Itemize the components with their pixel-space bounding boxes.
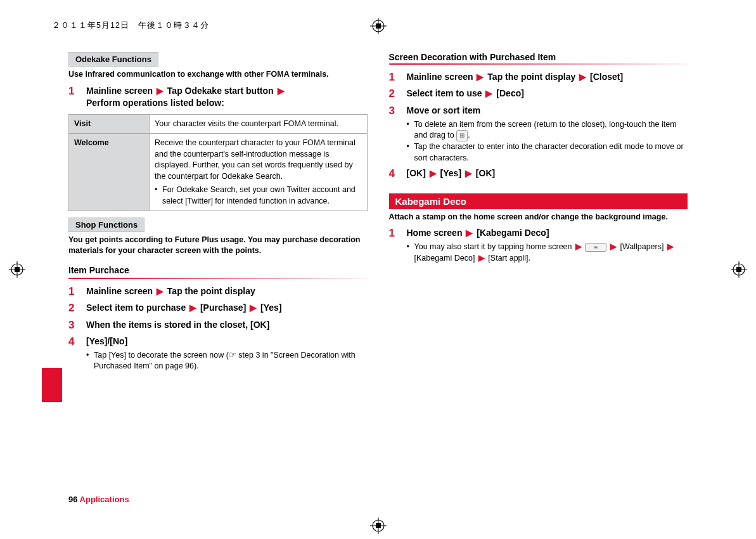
step-text: When the items is stored in the closet, … (86, 319, 368, 331)
arrow-icon: ▶ (578, 72, 587, 82)
odekake-step-1: 1 Mainline screen ▶ Tap Odekake start bu… (68, 85, 368, 109)
page-category: Applications (80, 495, 129, 504)
step-text: [Kabegami Deco] (477, 228, 549, 238)
arrow-icon: ▶ (475, 72, 485, 82)
odekake-table: Visit Your character visits the counterp… (68, 114, 368, 212)
crop-mark-right (731, 261, 747, 278)
crop-mark-left (9, 261, 25, 278)
shop-step4-note: Tap [Yes] to decorate the screen now (☞ … (94, 350, 368, 372)
arrow-icon: ▶ (428, 168, 438, 178)
shop-step-1: 1 Mainline screen ▶ Tap the point displa… (68, 285, 368, 298)
step-text: Move or sort item (407, 105, 481, 115)
step-text: [OK] (407, 168, 426, 178)
visit-header: Visit (69, 114, 150, 134)
deco-step-3: 3 Move or sort item •To delete an item f… (389, 105, 688, 164)
step-number: 1 (68, 285, 86, 298)
step-text: Tap the point display (167, 286, 255, 296)
table-row: Visit Your character visits the counterp… (69, 114, 368, 134)
step-number: 2 (389, 88, 407, 100)
deco-step-4: 4 [OK] ▶ [Yes] ▶ [OK] (389, 167, 688, 180)
kabe-note: You may also start it by tapping home sc… (414, 242, 688, 264)
step-text: Select item to purchase (86, 302, 186, 313)
svg-marker-11 (15, 267, 20, 272)
step-text: Home screen (407, 228, 463, 238)
timestamp: ２０１１年5月12日 午後１０時３４分 (52, 20, 209, 31)
arrow-icon: ▶ (464, 228, 474, 238)
deco-bullet-1: To delete an item from the screen (retur… (414, 119, 688, 142)
svg-marker-7 (376, 523, 381, 528)
arrow-icon: ▶ (155, 286, 165, 296)
thumb-tab (42, 368, 62, 402)
deco-step-1: 1 Mainline screen ▶ Tap the point displa… (389, 71, 688, 84)
arrow-icon: ▶ (464, 168, 473, 178)
step-number: 3 (68, 319, 86, 332)
left-column: Odekake Functions Use infrared communica… (68, 52, 368, 501)
menu-icon: ≡ (585, 243, 606, 252)
odekake-heading: Odekake Functions (68, 52, 158, 67)
step-text: Select item to use (407, 88, 482, 98)
page-number: 96 (68, 495, 77, 504)
step-body: Mainline screen ▶ Tap Odekake start butt… (86, 85, 368, 109)
section-divider (68, 278, 368, 279)
item-purchase-title: Item Purchace (68, 265, 368, 275)
odekake-intro: Use infrared communication to exchange w… (68, 69, 368, 80)
welcome-text: Receive the counterpart character to you… (155, 138, 356, 181)
kabegami-heading: Kabegami Deco (389, 193, 688, 209)
arrow-icon: ▶ (248, 302, 258, 313)
shop-step-3: 3 When the items is stored in the closet… (68, 319, 368, 332)
crop-mark-bottom (370, 517, 387, 534)
table-row: Welcome Receive the counterpart characte… (69, 134, 368, 211)
crop-mark-top (370, 18, 387, 34)
step-number: 1 (68, 85, 86, 98)
step-number: 1 (389, 227, 407, 240)
step-text: [Yes] (260, 302, 281, 313)
step-text: Perform operations listed below: (86, 98, 224, 108)
step-number: 4 (68, 335, 86, 348)
shop-step-2: 2 Select item to purchase ▶ [Purchase] ▶… (68, 302, 368, 315)
svg-marker-15 (736, 267, 741, 272)
step-text: [Deco] (496, 88, 524, 98)
step-text: [Closet] (590, 72, 623, 82)
deco-bullet-2: Tap the character to enter into the char… (414, 141, 688, 164)
svg-marker-3 (376, 23, 381, 29)
arrow-icon: ▶ (574, 242, 583, 251)
step-number: 3 (389, 105, 407, 117)
shop-heading: Shop Functions (68, 218, 144, 232)
step-text: Tap Odekake start button (167, 86, 274, 96)
deco-step-2: 2 Select item to use ▶ [Deco] (389, 88, 688, 100)
arrow-icon: ▶ (188, 302, 198, 313)
shop-intro: You get points according to Future Plus … (68, 235, 368, 256)
step-text: Mainline screen (86, 86, 153, 96)
kabe-step-1: 1 Home screen ▶ [Kabegami Deco] • You ma… (389, 227, 688, 264)
welcome-desc: Receive the counterpart character to you… (150, 134, 368, 211)
arrow-icon: ▶ (155, 86, 165, 96)
step-number: 2 (68, 302, 86, 315)
page-footer: 96 Applications (68, 495, 129, 504)
step-text: [Yes] (440, 168, 461, 178)
kabegami-intro: Attach a stamp on the home screen and/or… (389, 212, 688, 223)
step-number: 4 (389, 167, 407, 180)
closet-icon: ⊞ (456, 130, 468, 141)
step-text: [OK] (476, 168, 495, 178)
arrow-icon: ▶ (484, 88, 494, 98)
shop-step-4: 4 [Yes]/[No] •Tap [Yes] to decorate the … (68, 335, 368, 372)
deco-title: Screen Decoration with Purchased Item (389, 52, 688, 62)
arrow-icon: ▶ (477, 254, 486, 263)
welcome-bullet: For Odekake Search, set your own Twitter… (162, 185, 362, 207)
arrow-icon: ▶ (276, 86, 286, 96)
step-text: [Yes]/[No] (86, 336, 127, 346)
right-column: Screen Decoration with Purchased Item 1 … (389, 52, 688, 501)
section-divider (389, 63, 688, 65)
visit-desc: Your character visits the counterpart FO… (150, 114, 368, 134)
arrow-icon: ▶ (609, 242, 618, 251)
step-text: Mainline screen (86, 286, 153, 296)
welcome-header: Welcome (69, 134, 150, 211)
step-text: Tap the point display (487, 72, 575, 82)
page-body: Odekake Functions Use infrared communica… (68, 52, 688, 501)
arrow-icon: ▶ (666, 242, 675, 251)
step-text: [Purchase] (200, 302, 246, 313)
step-number: 1 (389, 71, 407, 84)
step-text: Mainline screen (407, 72, 473, 82)
